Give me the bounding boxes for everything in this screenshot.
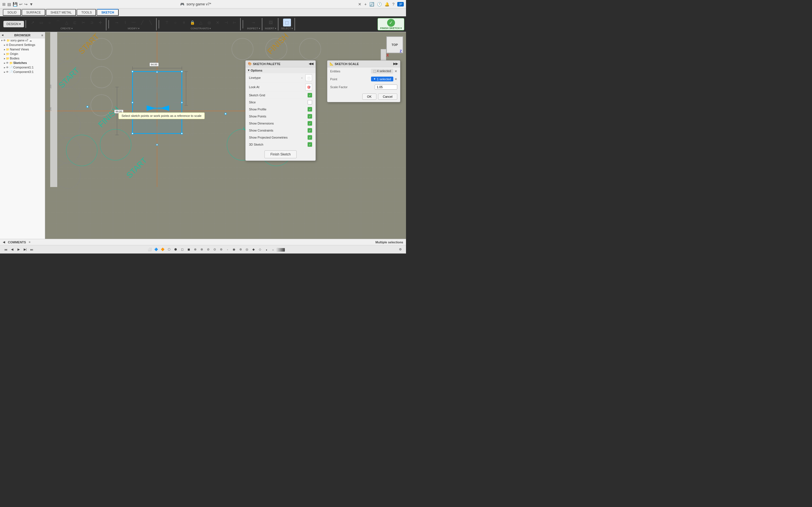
slot-tool[interactable]: ⊏ (71, 18, 79, 26)
browser-item-component1[interactable]: ▸ 👁 📄 Component1:1 (0, 65, 45, 69)
tab-tools[interactable]: TOOLS (77, 9, 96, 16)
modify-tool5[interactable]: ╲ (147, 18, 154, 26)
c-tool8[interactable]: ⊣ (222, 18, 230, 26)
circle-tool[interactable]: ○ (46, 18, 54, 26)
palette-pin-icon[interactable]: ◀◀ (309, 62, 313, 66)
bt-tool-11[interactable]: ⊙ (212, 247, 217, 252)
linetype-next[interactable]: ⬚ (305, 74, 312, 81)
bt-tool-3[interactable]: 🔶 (160, 247, 165, 252)
c-tool5[interactable]: △ (197, 18, 205, 26)
move-tool[interactable]: ✛ (96, 18, 104, 26)
notification-icon[interactable]: 🔔 (385, 2, 389, 6)
canvas-area[interactable]: START FINISH FINISH START START START FI… (45, 32, 406, 239)
bt-tool-9[interactable]: ⊗ (199, 247, 204, 252)
offset-tool[interactable]: ⊃ (88, 18, 96, 26)
bt-next[interactable]: ▶| (22, 247, 28, 252)
browser-item-named-views[interactable]: ▸ 📁 Named Views (0, 47, 45, 52)
c-tool6[interactable]: ◎ (205, 18, 213, 26)
palette-options-section[interactable]: ▾ Options (246, 67, 315, 73)
undo-icon[interactable]: ↩ (19, 2, 22, 6)
modify-tool3[interactable]: 〰 (130, 18, 138, 26)
app-grid-icon[interactable]: ⊞ (2, 2, 6, 6)
palette-finish-sketch-button[interactable]: Finish Sketch (264, 151, 297, 158)
browser-item-doc-settings[interactable]: ▸ ⚙ Document Settings (0, 43, 45, 47)
bt-prev-prev[interactable]: ⏮ (3, 247, 8, 252)
bt-tool-5[interactable]: ⬢ (173, 247, 179, 252)
insert-tool1[interactable]: 🖼 (267, 18, 274, 26)
save-icon[interactable]: 💾 (13, 2, 17, 6)
more-icon[interactable]: ▼ (29, 2, 33, 6)
browser-item-origin[interactable]: ▸ 📁 Origin (0, 52, 45, 56)
scale-expand-icon[interactable]: ▶▶ (393, 62, 398, 66)
select-tool[interactable]: ⬚ (283, 18, 291, 26)
trim-tool[interactable]: ✂ (80, 18, 87, 26)
bt-gradient-icon[interactable] (276, 248, 285, 252)
entities-clear-button[interactable]: ✕ (395, 69, 397, 73)
bt-tool-8[interactable]: ⊕ (192, 247, 198, 252)
tab-surface[interactable]: SURFACE (22, 9, 45, 16)
bt-tool-6[interactable]: ◻ (179, 247, 185, 252)
redo-icon[interactable]: ↪ (24, 2, 28, 6)
showconstraints-checkbox[interactable]: ✓ (308, 128, 312, 133)
bt-play[interactable]: ▶ (16, 247, 21, 252)
c-tool2[interactable]: ○ (171, 18, 179, 26)
line-tool[interactable]: ↗ (29, 18, 37, 26)
slice-checkbox[interactable] (308, 100, 312, 105)
c-tool1[interactable]: ⊤ (163, 18, 171, 26)
bt-tool-15[interactable]: ⊛ (238, 247, 243, 252)
bt-tool-12[interactable]: ⊚ (218, 247, 224, 252)
bt-tool-16[interactable]: ◎ (244, 247, 250, 252)
linetype-prev[interactable]: ‹ (300, 75, 304, 80)
bt-tool-1[interactable]: ⬜ (147, 247, 153, 252)
user-avatar[interactable]: JP (397, 2, 404, 6)
browser-item-root[interactable]: ▾ 👁 📁 sorry game v7 ☁ (0, 38, 45, 43)
triangle-tool[interactable]: △ (63, 18, 70, 26)
sketchgrid-checkbox[interactable]: ✓ (308, 93, 312, 98)
c-tool9[interactable]: ⊢ (231, 18, 239, 26)
showprojected-checkbox[interactable]: ✓ (308, 135, 312, 140)
bt-tool-13[interactable]: ◦ (225, 247, 231, 252)
help-icon[interactable]: ? (392, 2, 395, 6)
showpoints-checkbox[interactable]: ✓ (308, 114, 312, 119)
modify-tool1[interactable]: ⊸ (113, 18, 121, 26)
bt-tool-7[interactable]: ◼ (186, 247, 192, 252)
design-button[interactable]: DESIGN ▾ (3, 21, 24, 27)
showdims-checkbox[interactable]: ✓ (308, 121, 312, 126)
browser-item-bodies[interactable]: ▸ 📁 Bodies (0, 56, 45, 61)
bt-tool-19[interactable]: ⬧ (264, 247, 269, 252)
comments-expand-left[interactable]: ◀ (3, 240, 5, 244)
c-tool3[interactable]: ≡ (180, 18, 188, 26)
bt-tool-18[interactable]: ◇ (257, 247, 263, 252)
add-tab-icon[interactable]: + (364, 2, 366, 6)
scale-factor-input[interactable] (375, 84, 397, 90)
bt-tool-2[interactable]: 🔷 (153, 247, 159, 252)
lookat-icon[interactable]: 🎯 (305, 83, 312, 91)
clock-icon[interactable]: 🕐 (377, 2, 382, 6)
comments-menu-icon[interactable]: ≡ (29, 240, 31, 244)
bt-tool-20[interactable]: ⬨ (270, 247, 276, 252)
bt-tool-10[interactable]: ⊘ (205, 247, 211, 252)
c-tool7[interactable]: ✕ (214, 18, 221, 26)
bt-prev[interactable]: ◀ (9, 247, 15, 252)
3dsketch-checkbox[interactable]: ✓ (308, 142, 312, 147)
finish-sketch-button[interactable]: ✓ FINISH SKETCH ▾ (377, 18, 404, 31)
bt-tool-17[interactable]: ◆ (251, 247, 256, 252)
inspect-tool1[interactable]: ⊸ (250, 18, 257, 26)
showprofile-checkbox[interactable]: ✓ (308, 107, 312, 112)
browser-expand-icon[interactable]: ◂ (2, 33, 3, 37)
scale-cancel-button[interactable]: Cancel (378, 94, 397, 100)
point-clear-button[interactable]: ✕ (395, 77, 397, 81)
tab-sketch[interactable]: SKETCH (97, 9, 118, 16)
app-menu-icon[interactable]: ▤ (7, 2, 11, 6)
modify-tool4[interactable]: ╱ (138, 18, 146, 26)
c-tool4[interactable]: 🔒 (188, 18, 196, 26)
tab-sheet-metal[interactable]: SHEET METAL (46, 9, 76, 16)
modify-tool2[interactable]: ⌇ (121, 18, 129, 26)
scale-ok-button[interactable]: OK (362, 94, 376, 100)
bt-next-next[interactable]: ⏭ (29, 247, 35, 252)
arc-tool[interactable]: ⌒ (54, 18, 62, 26)
bt-settings-icon[interactable]: ⚙ (398, 247, 403, 252)
bt-tool-4[interactable]: ⬡ (166, 247, 172, 252)
browser-item-component3[interactable]: ▸ 👁 📄 Component3:1 (0, 69, 45, 74)
nav-cube[interactable]: TOP X Z (380, 35, 403, 57)
